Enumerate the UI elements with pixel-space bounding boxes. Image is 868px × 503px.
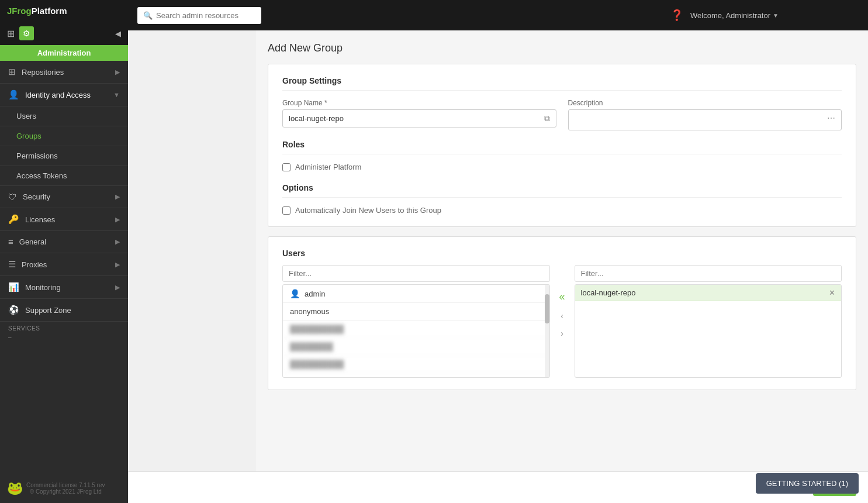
description-input-wrap: ⋯ <box>568 109 842 130</box>
users-right-filter[interactable] <box>575 265 842 282</box>
user-item-blurred-3[interactable]: ██████████ <box>283 356 549 373</box>
sidebar-item-groups[interactable]: Groups <box>0 126 128 146</box>
roles-section: Roles Administer Platform <box>282 140 842 171</box>
search-wrap: 🔍 <box>137 7 663 24</box>
user-dropdown-icon: ▼ <box>773 12 779 19</box>
sidebar-item-monitoring[interactable]: 📊 Monitoring ▶ <box>0 276 128 299</box>
security-icon: 🛡 <box>8 192 17 202</box>
group-name-input[interactable] <box>289 114 544 123</box>
user-admin-icon: 👤 <box>290 289 300 298</box>
move-left-button[interactable]: ‹ <box>556 309 568 323</box>
group-name-copy-icon[interactable]: ⧉ <box>544 113 550 123</box>
options-title: Options <box>282 183 842 198</box>
selected-user-name: local-nuget-repo <box>581 288 636 297</box>
scrollbar-thumb[interactable] <box>545 294 549 323</box>
main-content: Add New Group Group Settings Group Name … <box>256 30 868 503</box>
sidebar-item-users[interactable]: Users <box>0 106 128 126</box>
sidebar-item-general[interactable]: ≡ General ▶ <box>0 231 128 253</box>
group-name-input-wrap: ⧉ <box>282 109 556 128</box>
sidebar-header: JFrogPlatform <box>0 0 128 22</box>
selected-user-item-nuget[interactable]: local-nuget-repo ✕ <box>575 285 842 301</box>
administer-platform-label: Administer Platform <box>295 163 361 171</box>
users-transfer: 👤 admin anonymous ██████████ ████████ ██… <box>282 265 842 378</box>
users-card: Users 👤 admin anonymous ██████████ <box>268 236 856 390</box>
security-arrow-icon: ▶ <box>115 193 120 201</box>
sidebar-item-security[interactable]: 🛡 Security ▶ <box>0 186 128 208</box>
monitoring-icon: 📊 <box>8 282 19 292</box>
move-right-button[interactable]: › <box>556 326 568 340</box>
remove-user-icon[interactable]: ✕ <box>829 288 835 297</box>
description-field: Description ⋯ <box>568 99 842 130</box>
user-menu[interactable]: Welcome, Administrator ▼ <box>690 11 779 20</box>
transfer-buttons: « ‹ › <box>555 265 570 340</box>
sidebar: JFrogPlatform ⊞ ⚙ ◀ Administration ⊞ Rep… <box>0 0 128 503</box>
page-title: Add New Group <box>268 42 856 54</box>
sidebar-item-proxies[interactable]: ☰ Proxies ▶ <box>0 253 128 276</box>
identity-access-icon: 👤 <box>8 89 19 100</box>
user-item-admin[interactable]: 👤 admin <box>283 285 549 303</box>
user-item-blurred-1[interactable]: ██████████ <box>283 321 549 338</box>
topbar: 🔍 ❓ Welcome, Administrator ▼ <box>128 0 868 30</box>
auto-join-row: Automatically Join New Users to this Gro… <box>282 206 842 215</box>
repositories-arrow-icon: ▶ <box>115 68 120 76</box>
help-icon[interactable]: ❓ <box>670 9 683 22</box>
search-icon: 🔍 <box>143 11 153 20</box>
group-name-label: Group Name * <box>282 99 556 107</box>
sidebar-item-support-zone[interactable]: ⚽ Support Zone <box>0 299 128 322</box>
scrollbar-track <box>545 285 549 377</box>
form-row-name-desc: Group Name * ⧉ Description ⋯ <box>282 99 842 130</box>
sidebar-item-repositories[interactable]: ⊞ Repositories ▶ <box>0 61 128 84</box>
support-zone-icon: ⚽ <box>8 305 19 315</box>
licenses-arrow-icon: ▶ <box>115 216 120 223</box>
group-name-field: Group Name * ⧉ <box>282 99 556 130</box>
services-label: SERVICES <box>0 322 128 333</box>
monitoring-arrow-icon: ▶ <box>115 284 120 291</box>
users-left-filter[interactable] <box>282 265 550 282</box>
sidebar-icons-row: ⊞ ⚙ ◀ <box>0 22 128 45</box>
users-section-title: Users <box>282 249 842 258</box>
apps-icon[interactable]: ⊞ <box>7 28 15 39</box>
user-anonymous-name: anonymous <box>290 307 329 316</box>
app-logo: JFrogPlatform <box>7 6 67 16</box>
auto-join-label: Automatically Join New Users to this Gro… <box>295 206 441 215</box>
group-settings-title: Group Settings <box>282 76 842 91</box>
description-input[interactable] <box>575 113 828 122</box>
getting-started-button[interactable]: GETTING STARTED (1) <box>756 473 859 494</box>
proxies-arrow-icon: ▶ <box>115 261 120 268</box>
welcome-text: Welcome, Administrator <box>690 11 770 20</box>
user-item-blurred-2[interactable]: ████████ <box>283 338 549 356</box>
services-dash: – <box>0 333 128 344</box>
group-settings-card: Group Settings Group Name * ⧉ Descriptio… <box>268 64 856 227</box>
identity-access-arrow-icon: ▼ <box>113 91 120 98</box>
users-right-list: local-nuget-repo ✕ <box>575 284 842 378</box>
move-all-left-button[interactable]: « <box>555 288 570 305</box>
proxies-icon: ☰ <box>8 259 16 270</box>
sidebar-item-licenses[interactable]: 🔑 Licenses ▶ <box>0 208 128 231</box>
general-icon: ≡ <box>8 237 13 247</box>
description-label: Description <box>568 99 842 107</box>
description-icon[interactable]: ⋯ <box>827 113 835 123</box>
licenses-icon: 🔑 <box>8 214 19 225</box>
search-input[interactable] <box>137 7 261 24</box>
sidebar-item-identity-access[interactable]: 👤 Identity and Access ▼ <box>0 84 128 106</box>
users-right-panel: local-nuget-repo ✕ <box>575 265 842 378</box>
settings-icon[interactable]: ⚙ <box>19 26 34 40</box>
user-admin-name: admin <box>305 290 325 298</box>
administer-platform-row: Administer Platform <box>282 163 842 171</box>
general-arrow-icon: ▶ <box>115 238 120 246</box>
user-item-anonymous[interactable]: anonymous <box>283 303 549 321</box>
users-left-panel: 👤 admin anonymous ██████████ ████████ ██… <box>282 265 550 378</box>
options-section: Options Automatically Join New Users to … <box>282 183 842 215</box>
sidebar-footer: 🐸 Commercial license 7.11.5 rev © Copyri… <box>0 476 128 503</box>
sidebar-item-permissions[interactable]: Permissions <box>0 146 128 166</box>
collapse-sidebar-icon[interactable]: ◀ <box>115 29 121 38</box>
sidebar-item-access-tokens[interactable]: Access Tokens <box>0 166 128 186</box>
jfrog-frog-icon: 🐸 <box>7 481 23 496</box>
auto-join-checkbox[interactable] <box>282 206 291 215</box>
sidebar-admin-label: Administration <box>0 45 128 61</box>
users-left-list: 👤 admin anonymous ██████████ ████████ ██… <box>282 284 550 378</box>
roles-title: Roles <box>282 140 842 154</box>
repositories-icon: ⊞ <box>8 67 16 77</box>
administer-platform-checkbox[interactable] <box>282 163 291 171</box>
